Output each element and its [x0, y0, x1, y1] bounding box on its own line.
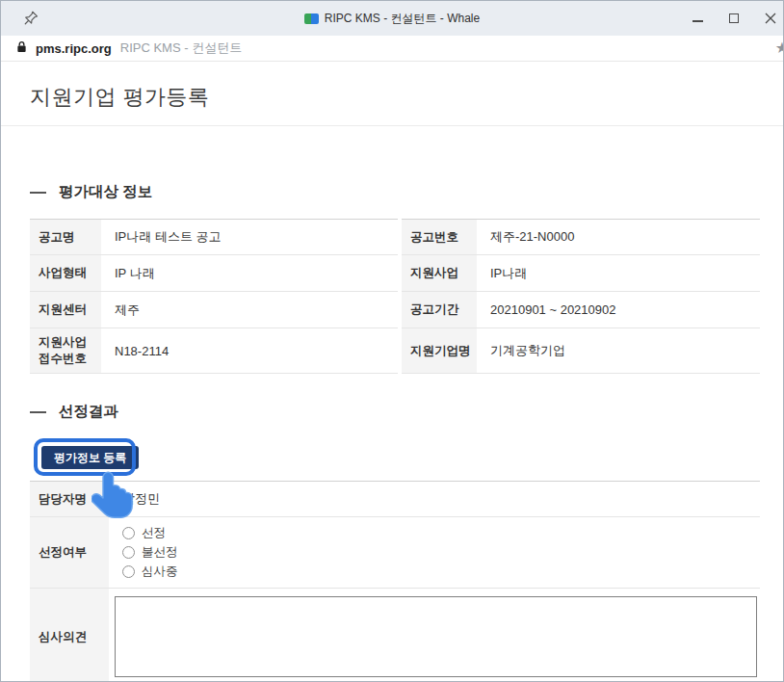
register-button-zone: 평가정보 등록 [30, 422, 760, 481]
row-label: 지원기업명 [402, 328, 477, 374]
radio-option-not-selected[interactable]: 불선정 [122, 544, 760, 561]
selection-status-radio-group: 선정 불선정 심사중 [109, 517, 760, 589]
table-row: 사업형태 IP 나래 지원사업 IP나래 [30, 255, 760, 292]
row-value: IP나래 [477, 255, 760, 292]
eval-target-heading: 평가대상 정보 [59, 182, 152, 202]
window-controls [691, 1, 777, 36]
window-title-area: RIPC KMS - 컨설턴트 - Whale [304, 11, 480, 27]
url-page-label: RIPC KMS - 컨설턴트 [120, 39, 242, 57]
opinion-cell [109, 589, 760, 682]
bookmark-star-icon[interactable]: ★ [775, 39, 784, 57]
table-row: 심사의견 [30, 589, 760, 682]
row-value: 20210901 ~ 20210902 [477, 292, 760, 328]
table-row: 지원사업 접수번호 N18-2114 지원기업명 기계공학기업 [30, 328, 760, 374]
radio-icon[interactable] [122, 527, 135, 539]
table-row: 지원센터 제주 공고기간 20210901 ~ 20210902 [30, 292, 760, 328]
page-content: 평가대상 정보 공고명 IP나래 테스트 공고 공고번호 제주-21-N0000… [1, 182, 783, 682]
close-icon[interactable] [764, 12, 777, 25]
browser-window: RIPC KMS - 컨설턴트 - Whale pms.ripc.org RIP… [0, 0, 784, 682]
register-eval-info-button[interactable]: 평가정보 등록 [41, 446, 139, 469]
manager-name-value: 박정민 [109, 481, 760, 517]
row-label: 심사의견 [30, 589, 109, 682]
site-favicon-icon [304, 13, 319, 24]
url-domain[interactable]: pms.ripc.org [36, 41, 112, 56]
radio-icon[interactable] [122, 546, 135, 559]
row-label: 공고번호 [402, 219, 477, 255]
opinion-textarea[interactable] [115, 596, 757, 677]
radio-label: 선정 [142, 525, 166, 541]
table-row: 담당자명 박정민 [30, 481, 760, 517]
row-value: 제주-21-N0000 [477, 219, 760, 255]
table-row: 선정여부 선정 불선정 심사중 [30, 517, 760, 589]
row-value: IP 나래 [101, 255, 398, 292]
selection-result-table: 담당자명 박정민 선정여부 선정 불선정 심사중 [30, 481, 760, 682]
row-value: 제주 [101, 292, 398, 328]
selection-heading: 선정결과 [59, 402, 118, 422]
maximize-icon[interactable] [727, 12, 741, 25]
minimize-icon[interactable] [691, 12, 704, 25]
row-label: 담당자명 [30, 481, 109, 517]
radio-option-under-review[interactable]: 심사중 [122, 564, 760, 580]
radio-label: 심사중 [142, 564, 178, 580]
row-label: 선정여부 [30, 517, 109, 589]
row-label: 지원사업 접수번호 [30, 328, 101, 374]
row-label: 지원사업 [402, 255, 477, 292]
eval-target-table: 공고명 IP나래 테스트 공고 공고번호 제주-21-N0000 사업형태 IP… [30, 219, 760, 374]
dash-icon [30, 411, 46, 413]
section-heading-eval-target: 평가대상 정보 [30, 182, 760, 202]
radio-label: 불선정 [142, 544, 178, 561]
dash-icon [30, 192, 46, 194]
page-title: 지원기업 평가등록 [30, 83, 754, 112]
radio-option-selected[interactable]: 선정 [122, 525, 760, 541]
row-value: 기계공학기업 [477, 328, 760, 374]
address-bar[interactable]: pms.ripc.org RIPC KMS - 컨설턴트 ★ [1, 36, 783, 62]
row-label: 지원센터 [30, 292, 101, 328]
title-bar: RIPC KMS - 컨설턴트 - Whale [1, 1, 783, 36]
row-label: 사업형태 [30, 255, 101, 292]
row-label: 공고명 [30, 219, 101, 255]
row-value: N18-2114 [101, 328, 398, 374]
lock-icon [16, 39, 27, 57]
row-value: IP나래 테스트 공고 [101, 219, 398, 255]
table-row: 공고명 IP나래 테스트 공고 공고번호 제주-21-N0000 [30, 219, 760, 255]
window-title: RIPC KMS - 컨설턴트 - Whale [325, 11, 480, 27]
row-label: 공고기간 [402, 292, 477, 328]
section-heading-selection: 선정결과 [30, 402, 760, 422]
page-header: 지원기업 평가등록 [1, 62, 783, 126]
radio-icon[interactable] [122, 565, 135, 578]
pin-icon[interactable] [22, 10, 39, 27]
